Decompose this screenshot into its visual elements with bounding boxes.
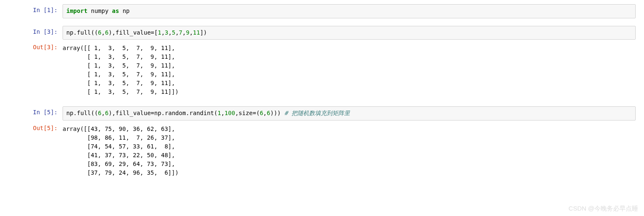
output-cell-3: Out[3]: array([[ 1, 3, 5, 7, 9, 11], [ 1… [8,41,636,99]
comma: , [263,110,267,116]
num-literal: 11 [193,29,200,36]
keyword-import: import [66,8,88,14]
code-text: ),fill_value=np.random.randint( [108,110,217,116]
spacer [8,100,636,106]
input-cell-3: In [3]: np.full((6,6),fill_value=[1,3,5,… [8,26,636,40]
code-text: ,size=( [235,110,260,116]
num-literal: 3 [165,29,168,36]
code-text: np.full(( [66,29,98,36]
input-prompt-3: In [3]: [8,26,63,40]
alias-name: np [119,8,129,14]
input-cell-1: In [1]: import numpy as np [8,4,636,18]
code-input-3[interactable]: np.full((6,6),fill_value=[1,3,5,7,9,11]) [63,26,636,40]
num-literal: 7 [179,29,182,36]
code-text: ]) [200,29,207,36]
input-content-3: np.full((6,6),fill_value=[1,3,5,7,9,11]) [63,26,636,40]
output-prompt-5: Out[5]: [8,122,63,180]
output-content-3: array([[ 1, 3, 5, 7, 9, 11], [ 1, 3, 5, … [63,41,636,99]
code-input-5[interactable]: np.full((6,6),fill_value=np.random.randi… [63,106,636,121]
output-prompt-3: Out[3]: [8,41,63,99]
output-content-5: array([[43, 75, 90, 36, 62, 63], [98, 86… [63,122,636,180]
comma: , [101,110,105,116]
spacer [8,20,636,26]
code-comment: # 把随机数填充到矩阵里 [284,110,350,116]
input-prompt-5: In [5]: [8,106,63,121]
keyword-as: as [112,8,119,14]
num-literal: 6 [260,110,263,116]
num-literal: 1 [217,110,221,116]
num-literal: 1 [158,29,161,36]
input-prompt-1: In [1]: [8,4,63,18]
num-literal: 9 [186,29,189,36]
comma: , [101,29,105,36]
num-literal: 100 [224,110,235,116]
num-literal: 6 [105,29,108,36]
num-literal: 5 [172,29,175,36]
output-text-5: array([[43, 75, 90, 36, 62, 63], [98, 86… [63,122,636,180]
module-name: numpy [88,8,112,14]
code-input-1[interactable]: import numpy as np [63,4,636,18]
code-text: ),fill_value=[ [108,29,158,36]
input-content-5: np.full((6,6),fill_value=np.random.randi… [63,106,636,121]
num-literal: 6 [105,110,108,116]
code-text: ))) [270,110,284,116]
code-text: np.full(( [66,110,98,116]
num-literal: 6 [267,110,270,116]
output-cell-5: Out[5]: array([[43, 75, 90, 36, 62, 63],… [8,122,636,180]
output-text-3: array([[ 1, 3, 5, 7, 9, 11], [ 1, 3, 5, … [63,41,636,99]
input-cell-5: In [5]: np.full((6,6),fill_value=np.rand… [8,106,636,121]
input-content-1: import numpy as np [63,4,636,18]
